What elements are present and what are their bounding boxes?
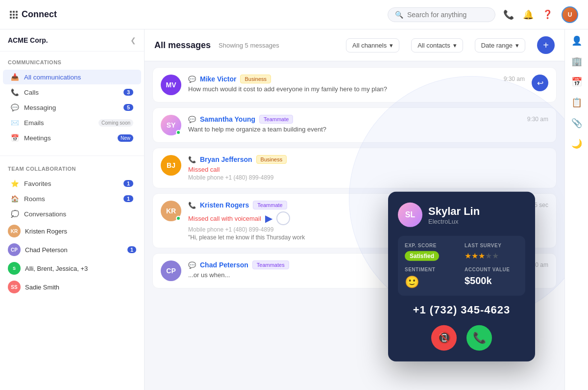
sidebar-item-meetings[interactable]: 📅 Meetings New <box>3 130 141 145</box>
missed-call-text: Missed call with voicemail <box>188 215 261 222</box>
collapse-sidebar-button[interactable]: ❮ <box>130 36 136 44</box>
avatar: CP <box>8 243 21 256</box>
sidebar-item-all-communications[interactable]: 📥 All communications <box>3 70 141 84</box>
accept-call-button[interactable]: 📞 <box>466 325 492 351</box>
channel-icon: 💬 <box>188 116 196 123</box>
team-section: Team collaboration ⭐ Favorites 1 🏠 Rooms… <box>0 158 144 304</box>
chevron-down-icon: ▾ <box>453 42 457 49</box>
sender-tag: Teammate <box>259 115 293 124</box>
messages-container: MV 💬 Mike Victor Business 9:30 am How mu… <box>145 61 564 390</box>
org-header: ACME Corp. ❮ <box>0 29 144 52</box>
add-button[interactable]: + <box>537 36 555 54</box>
calendar-icon[interactable]: 📅 <box>571 77 582 87</box>
sender-tag: Teammates <box>252 260 289 269</box>
filter-all-contacts[interactable]: All contacts ▾ <box>411 38 463 52</box>
message-sub: Mobile phone +1 (480) 899-4899 <box>188 174 548 181</box>
messaging-badge: 5 <box>123 104 133 111</box>
chevron-down-icon: ▾ <box>515 42 519 49</box>
message-time: 9:30 am <box>527 116 548 123</box>
building-icon[interactable]: 🏢 <box>571 56 582 67</box>
favorites-badge: 1 <box>123 180 133 187</box>
filter-all-channels[interactable]: All channels ▾ <box>346 38 399 52</box>
avatar: S <box>8 262 21 275</box>
avatar: BJ <box>161 155 181 176</box>
sidebar-item-messaging[interactable]: 💬 Messaging 5 <box>3 100 141 115</box>
message-time: 9:30 am <box>504 76 525 82</box>
message-text: How much would it cost to add everyone i… <box>188 85 433 93</box>
sender-name: Kristen Rogers <box>200 201 249 209</box>
caller-info: SL Skylar Lin ElectroLux <box>398 203 525 227</box>
sender-name: Mike Victor <box>200 75 236 83</box>
page-title: All messages <box>154 40 211 51</box>
moon-icon[interactable]: 🌙 <box>571 138 582 149</box>
search-input[interactable] <box>407 11 486 19</box>
avatar: SS <box>8 281 21 293</box>
channel-icon: 💬 <box>188 261 196 269</box>
conv-item-chad[interactable]: CP Chad Peterson 1 <box>0 240 144 259</box>
calendar-icon: 📅 <box>11 134 19 142</box>
message-card-bryan-jefferson[interactable]: BJ 📞 Bryan Jefferson Business Missed cal… <box>152 148 557 188</box>
bell-icon[interactable]: 🔔 <box>523 9 534 20</box>
sidebar-item-rooms[interactable]: 🏠 Rooms 1 <box>3 191 141 206</box>
search-bar[interactable]: 🔍 <box>388 7 495 22</box>
message-card-samantha-young[interactable]: SY 💬 Samantha Young Teammate 9:30 am Wan… <box>152 107 557 143</box>
phone-icon: 📞 <box>11 88 19 96</box>
calls-badge: 3 <box>123 89 133 96</box>
team-title: Team collaboration <box>0 166 144 176</box>
sender-name: Bryan Jefferson <box>200 156 252 163</box>
conv-name: Kristen Rogers <box>25 228 136 235</box>
filter-date-range[interactable]: Date range ▾ <box>475 38 525 52</box>
communications-section: Communications 📥 All communications 📞 Ca… <box>0 52 144 154</box>
caller-avatar: SL <box>398 203 422 227</box>
caller-initials: SL <box>405 210 415 219</box>
play-circle[interactable] <box>276 211 290 225</box>
star-filled: ★★★ <box>465 252 485 260</box>
sentiment-emoji: 🙂 <box>405 275 459 289</box>
conv-item-sadie[interactable]: SS Sadie Smith <box>0 278 144 296</box>
reply-button[interactable]: ↩ <box>532 75 548 91</box>
online-indicator <box>176 130 181 135</box>
user-avatar[interactable]: U <box>562 6 578 23</box>
incoming-call-card: SL Skylar Lin ElectroLux EXP. SCORE Sati… <box>388 192 535 362</box>
account-value: $500k <box>465 275 518 286</box>
main-layout: ACME Corp. ❮ Communications 📥 All commun… <box>0 29 588 390</box>
sentiment-stat: SENTIMENT 🙂 <box>405 267 459 289</box>
conv-item-kristen[interactable]: KR Kristen Rogers <box>0 222 144 240</box>
channel-icon: 💬 <box>188 76 196 83</box>
exp-score-stat: EXP. SCORE Satisfied <box>405 243 459 261</box>
sidebar-item-calls[interactable]: 📞 Calls 3 <box>3 85 141 100</box>
call-stats-panel: EXP. SCORE Satisfied LAST SURVEY ★★★★★ <box>398 236 525 296</box>
avatar: SY <box>161 115 181 135</box>
top-navigation: Connect 🔍 📞 🔔 ❓ U <box>0 0 588 29</box>
person-icon[interactable]: 👤 <box>571 35 582 46</box>
topnav-actions: 📞 🔔 ❓ U <box>503 6 578 23</box>
grid-icon <box>10 11 18 19</box>
sender-tag: Teammate <box>253 201 287 209</box>
sidebar-item-favorites[interactable]: ⭐ Favorites 1 <box>3 176 141 191</box>
last-survey-label: LAST SURVEY <box>465 243 518 248</box>
conv-item-group[interactable]: S Alli, Brent, Jessica, +3 <box>0 259 144 278</box>
play-button[interactable]: ▶ <box>265 212 272 224</box>
account-value-label: ACCOUNT VALUE <box>465 267 518 272</box>
sidebar-item-conversations[interactable]: 💭 Conversations <box>3 207 141 221</box>
help-icon[interactable]: ❓ <box>542 9 553 20</box>
conversations-icon: 💭 <box>11 210 19 218</box>
channel-icon: 📞 <box>188 202 196 209</box>
sidebar-item-emails[interactable]: ✉️ Emails Coming soon <box>3 115 141 130</box>
app-name: Connect <box>22 9 57 20</box>
conv-name: Alli, Brent, Jessica, +3 <box>25 265 136 272</box>
message-card-mike-victor[interactable]: MV 💬 Mike Victor Business 9:30 am How mu… <box>152 67 557 103</box>
message-icon: 💬 <box>11 104 19 111</box>
list-icon[interactable]: 📋 <box>571 97 582 108</box>
caller-company: ElectroLux <box>428 217 480 225</box>
decline-call-button[interactable]: 📵 <box>431 325 457 351</box>
message-header: 💬 Samantha Young Teammate 9:30 am <box>188 115 548 124</box>
exp-score-value: Satisfied <box>405 251 439 261</box>
phone-icon[interactable]: 📞 <box>503 9 514 20</box>
message-body: 💬 Samantha Young Teammate 9:30 am Want t… <box>188 115 548 133</box>
call-stats-row-bottom: SENTIMENT 🙂 ACCOUNT VALUE $500k <box>405 267 518 289</box>
caller-phone-number: +1 (732) 345-4623 <box>398 304 525 316</box>
call-action-buttons: 📵 📞 <box>398 325 525 351</box>
search-icon: 🔍 <box>395 11 403 19</box>
paperclip-icon[interactable]: 📎 <box>571 118 582 129</box>
